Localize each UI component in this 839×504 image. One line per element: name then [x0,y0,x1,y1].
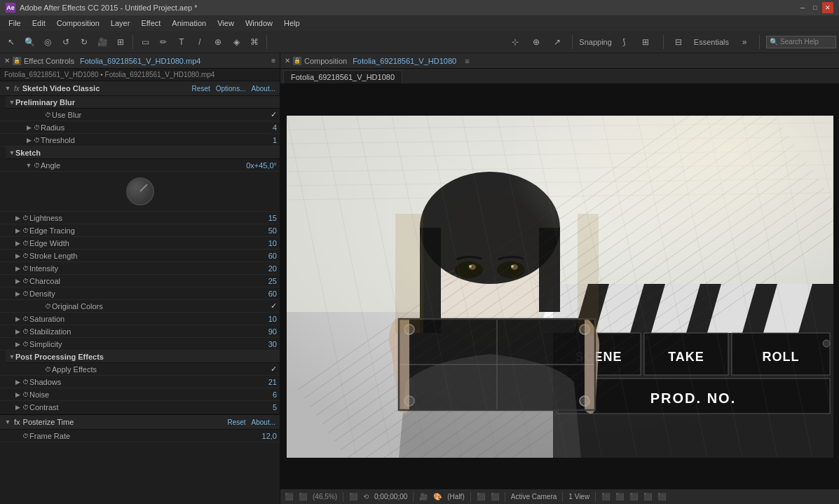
edge-tracing-value[interactable]: 50 [256,226,277,235]
orbit-tool-button[interactable]: ◎ [39,34,56,50]
menu-edit[interactable]: Edit [27,18,51,29]
saturation-expand[interactable] [14,315,21,322]
contrast-expand[interactable] [14,404,21,411]
comp-menu-button[interactable]: ≡ [465,57,469,65]
panel-menu-button[interactable]: ≡ [271,57,275,64]
edge-width-value[interactable]: 10 [256,239,277,247]
edge-width-stopwatch[interactable]: ⏱ [21,239,29,247]
stabilization-stopwatch[interactable]: ⏱ [21,327,29,336]
menu-view[interactable]: View [212,18,240,29]
posterize-time-expand[interactable] [4,418,11,425]
saturation-value[interactable]: 10 [256,315,277,323]
stroke-length-expand[interactable] [14,252,21,259]
menu-animation[interactable]: Animation [166,18,212,29]
minimize-button[interactable]: ─ [797,2,808,13]
position-tool-button[interactable]: ⊕ [528,34,545,50]
panel-close-icon[interactable]: ✕ [4,57,10,64]
stroke-length-stopwatch[interactable]: ⏱ [21,252,29,260]
density-expand[interactable] [14,290,21,297]
zoom-tool-button[interactable]: 🔍 [21,34,38,50]
saturation-stopwatch[interactable]: ⏱ [21,315,29,323]
puppet-tool-button[interactable]: ⌘ [246,34,263,50]
workspace-btn[interactable]: ⊟ [670,34,687,50]
frame-rate-value[interactable]: 12,0 [256,432,277,440]
simplicity-value[interactable]: 30 [256,340,277,348]
angle-expand[interactable] [25,162,32,169]
snap-options-button[interactable]: ⊞ [637,34,654,50]
use-blur-stopwatch[interactable]: ⏱ [43,111,52,119]
redo-button[interactable]: ↻ [76,34,93,50]
density-stopwatch[interactable]: ⏱ [21,290,29,298]
radius-expand[interactable] [25,124,32,131]
apply-effects-value[interactable]: ✓ [256,365,277,374]
noise-expand[interactable] [14,391,21,398]
comp-tab-main[interactable]: Fotolia_69218561_V_HD1080 [283,70,402,83]
charcoal-stopwatch[interactable]: ⏱ [21,277,29,285]
rect-tool-button[interactable]: ▭ [137,34,154,50]
preliminary-blur-expand[interactable] [8,99,15,106]
edge-tracing-expand[interactable] [14,227,21,234]
anchor-tool-button[interactable]: ⊹ [507,34,524,50]
maximize-button[interactable]: □ [810,2,821,13]
close-button[interactable]: ✕ [822,2,833,13]
posterize-time-about-button[interactable]: About... [252,418,275,426]
camera-button[interactable]: 🎥 [94,34,111,50]
use-blur-value[interactable]: ✓ [256,110,277,119]
frame-rate-stopwatch[interactable]: ⏱ [21,432,29,440]
original-colors-value[interactable]: ✓ [256,301,277,311]
threshold-expand[interactable] [25,137,32,144]
view-display[interactable]: 1 View [568,493,589,500]
eraser-tool-button[interactable]: ◈ [228,34,245,50]
radius-stopwatch[interactable]: ⏱ [32,123,41,132]
text-tool-button[interactable]: T [173,34,190,50]
angle-value[interactable]: 0x+45,0° [246,161,277,170]
quality-display[interactable]: (Half) [447,493,464,500]
edge-width-expand[interactable] [14,240,21,247]
radius-value[interactable]: 4 [256,123,277,132]
selection-tool-button[interactable]: ↖ [3,34,20,50]
density-value[interactable]: 60 [256,290,277,298]
threshold-value[interactable]: 1 [256,136,277,144]
camera-display[interactable]: Active Camera [511,493,557,500]
menu-help[interactable]: Help [278,18,306,29]
post-processing-expand[interactable] [8,353,15,360]
search-box[interactable]: 🔍 Search Help [766,36,836,48]
shadows-expand[interactable] [14,379,21,386]
menu-file[interactable]: File [3,18,27,29]
threshold-stopwatch[interactable]: ⏱ [32,136,41,144]
intensity-value[interactable]: 20 [256,264,277,273]
shadows-value[interactable]: 21 [256,378,277,386]
sketch-video-options-button[interactable]: Options... [216,85,246,93]
timecode-display[interactable]: 0;00;00;00 [374,493,407,500]
rotate-tool-button[interactable]: ↗ [549,34,566,50]
noise-stopwatch[interactable]: ⏱ [21,390,29,399]
menu-composition[interactable]: Composition [51,18,105,29]
posterize-time-reset-button[interactable]: Reset [227,418,245,426]
stroke-length-value[interactable]: 60 [256,252,277,260]
grid-button[interactable]: ⊞ [112,34,129,50]
shadows-stopwatch[interactable]: ⏱ [21,378,29,386]
charcoal-value[interactable]: 25 [256,277,277,285]
simplicity-expand[interactable] [14,341,21,348]
comp-close-icon[interactable]: ✕ [285,57,290,64]
pen-tool-button[interactable]: ✏ [155,34,172,50]
apply-effects-stopwatch[interactable]: ⏱ [43,365,52,374]
sketch-video-expand-arrow[interactable] [4,85,11,92]
stabilization-expand[interactable] [14,328,21,335]
clone-tool-button[interactable]: ⊕ [210,34,226,50]
sketch-video-reset-button[interactable]: Reset [192,85,210,93]
video-preview[interactable]: SCENE TAKE ROLL PROD. NO. [280,84,839,489]
lightness-stopwatch[interactable]: ⏱ [21,214,29,222]
lightness-expand[interactable] [14,214,21,222]
contrast-stopwatch[interactable]: ⏱ [21,403,29,411]
undo-button[interactable]: ↺ [57,34,74,50]
stabilization-value[interactable]: 90 [256,327,277,336]
snapping-toggle-button[interactable]: ⟆ [616,34,633,50]
simplicity-stopwatch[interactable]: ⏱ [21,340,29,348]
angle-knob[interactable] [126,177,154,205]
sketch-video-about-button[interactable]: About... [252,85,275,93]
menu-layer[interactable]: Layer [105,18,136,29]
menu-effect[interactable]: Effect [135,18,166,29]
brush-tool-button[interactable]: / [191,34,208,50]
intensity-expand[interactable] [14,265,21,272]
